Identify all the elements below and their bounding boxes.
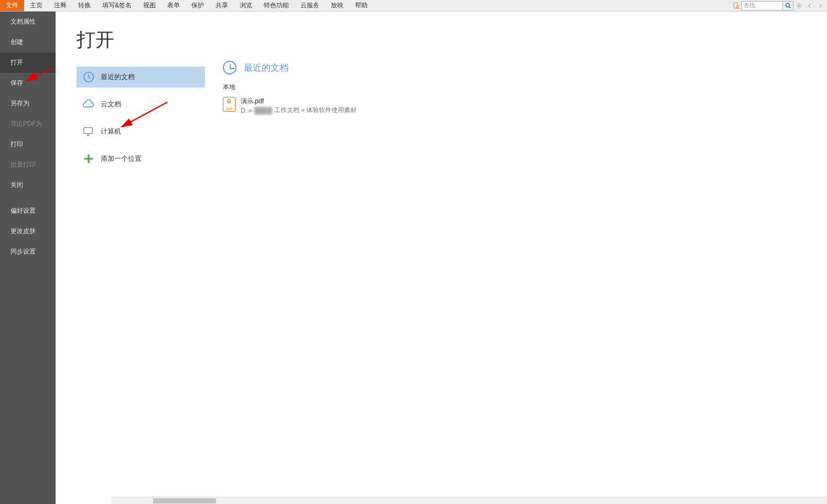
- sidebar-item-close[interactable]: 关闭: [0, 175, 56, 195]
- search-button[interactable]: [783, 1, 793, 10]
- option-label: 最近的文档: [101, 72, 135, 82]
- option-label: 云文档: [101, 100, 121, 109]
- svg-point-3: [799, 5, 800, 6]
- page-title: 打开: [77, 27, 205, 53]
- sidebar-item-print[interactable]: 打印: [0, 134, 56, 155]
- sidebar-item-sync[interactable]: 同步设置: [0, 242, 56, 262]
- sidebar-item-create[interactable]: 创建: [0, 32, 56, 52]
- tab-convert[interactable]: 转换: [72, 0, 96, 11]
- recent-file-row[interactable]: PDF 演示.pdf D: » ████ 工作文档 » 体验软件使用素材: [223, 95, 357, 117]
- plus-icon: [83, 153, 94, 165]
- clock-icon: [223, 61, 237, 74]
- nav-back-icon[interactable]: [805, 1, 814, 10]
- scrollbar-thumb[interactable]: [153, 498, 216, 503]
- sidebar-item-preferences[interactable]: 偏好设置: [0, 201, 56, 221]
- find-page-icon[interactable]: [732, 1, 741, 10]
- sidebar-item-saveas[interactable]: 另存为: [0, 93, 56, 114]
- option-computer[interactable]: 计算机: [77, 121, 205, 142]
- file-name: 演示.pdf: [241, 97, 357, 106]
- top-menu-bar: 文件 主页 注释 转换 填写&签名 视图 表单 保护 共享 浏览 特色功能 云服…: [0, 0, 827, 12]
- nav-forward-icon[interactable]: [815, 1, 825, 10]
- tab-features[interactable]: 特色功能: [258, 0, 295, 11]
- main-panel: 打开 最近的文档 云文档 计算机: [56, 12, 827, 504]
- svg-rect-5: [84, 128, 93, 134]
- tab-slideshow[interactable]: 放映: [325, 0, 349, 11]
- clock-icon: [83, 71, 94, 83]
- sidebar-item-skin[interactable]: 更改皮肤: [0, 221, 56, 242]
- tab-view[interactable]: 视图: [137, 0, 162, 11]
- sidebar-item-export: 导出PDF为: [0, 114, 56, 134]
- tab-browse[interactable]: 浏览: [234, 0, 258, 11]
- tab-annotate[interactable]: 注释: [48, 0, 72, 11]
- sidebar-item-open[interactable]: 打开: [0, 52, 56, 73]
- tab-fill-sign[interactable]: 填写&签名: [96, 0, 137, 11]
- gear-icon[interactable]: [794, 1, 804, 10]
- tab-help[interactable]: 帮助: [349, 0, 373, 11]
- search-input[interactable]: 查找: [741, 1, 783, 10]
- horizontal-scrollbar[interactable]: [111, 497, 827, 504]
- sidebar-item-save[interactable]: 保存: [0, 73, 56, 93]
- cloud-icon: [83, 98, 94, 110]
- file-path: D: » ████ 工作文档 » 体验软件使用素材: [241, 106, 357, 115]
- option-label: 添加一个位置: [101, 154, 142, 163]
- computer-icon: [83, 126, 94, 137]
- svg-point-2: [786, 3, 789, 7]
- tab-protect[interactable]: 保护: [186, 0, 210, 11]
- option-cloud[interactable]: 云文档: [77, 94, 205, 115]
- tab-form[interactable]: 表单: [162, 0, 186, 11]
- svg-rect-0: [734, 3, 737, 8]
- tab-cloud[interactable]: 云服务: [295, 0, 325, 11]
- divider: [0, 195, 56, 201]
- option-label: 计算机: [101, 127, 121, 136]
- sidebar-item-properties[interactable]: 文档属性: [0, 12, 56, 32]
- sidebar-item-batch-print: 批量打印: [0, 155, 56, 175]
- option-recent[interactable]: 最近的文档: [77, 67, 205, 87]
- pdf-file-icon: PDF: [223, 97, 235, 112]
- tab-share[interactable]: 共享: [210, 0, 234, 11]
- local-label: 本地: [223, 83, 357, 92]
- option-add-location[interactable]: 添加一个位置: [77, 148, 205, 169]
- file-sidebar: 文档属性 创建 打开 保存 另存为 导出PDF为 打印 批量打印 关闭 偏好设置…: [0, 12, 56, 504]
- tab-home[interactable]: 主页: [24, 0, 48, 11]
- tab-file[interactable]: 文件: [0, 0, 24, 11]
- section-title: 最近的文档: [244, 62, 288, 74]
